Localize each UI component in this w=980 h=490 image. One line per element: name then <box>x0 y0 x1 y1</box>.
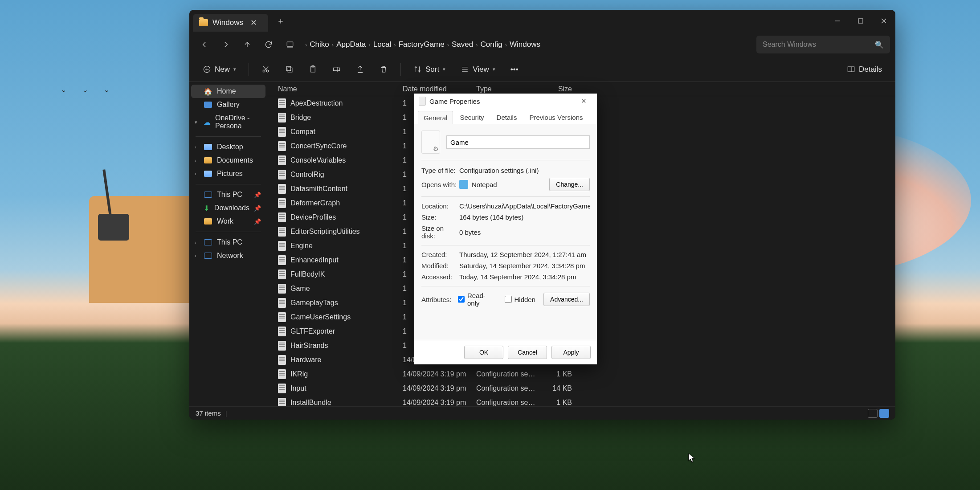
file-icon <box>278 184 286 194</box>
paste-button[interactable] <box>303 61 323 78</box>
close-window-button[interactable] <box>872 12 895 30</box>
sidebar-item-desktop[interactable]: ›Desktop <box>191 140 265 154</box>
table-row[interactable]: IKRig14/09/2024 3:19 pmConfiguration set… <box>267 367 895 381</box>
file-icon <box>278 298 286 308</box>
svg-rect-17 <box>333 68 339 70</box>
minimize-button[interactable] <box>826 12 849 30</box>
titlebar: Windows ✕ ＋ <box>189 10 895 32</box>
view-details-icon[interactable] <box>879 409 889 418</box>
file-icon <box>278 170 286 180</box>
toolbar: New▾ Sort▾ View▾ ••• Details <box>189 57 895 82</box>
share-button[interactable] <box>351 61 370 78</box>
tab-windows[interactable]: Windows ✕ <box>193 14 268 32</box>
change-button[interactable]: Change... <box>549 178 590 191</box>
maximize-button[interactable] <box>849 12 872 30</box>
sidebar-quick-work[interactable]: Work📌 <box>191 215 265 228</box>
modified-value: Saturday, 14 September 2024, 3:34:28 pm <box>459 262 590 270</box>
sidebar-item-this-pc[interactable]: ›This PC <box>191 236 265 249</box>
tab-general[interactable]: General <box>418 111 453 124</box>
cursor-icon <box>688 453 695 463</box>
readonly-checkbox[interactable]: Read-only <box>458 292 497 307</box>
sidebar-item-onedrive[interactable]: ▾☁OneDrive - Persona <box>191 111 265 133</box>
file-icon <box>278 113 286 122</box>
file-icon <box>278 384 286 393</box>
breadcrumb[interactable]: ›Chiko ›AppData ›Local ›FactoryGame ›Sav… <box>305 40 755 49</box>
accessed-value: Today, 14 September 2024, 3:34:28 pm <box>459 273 590 281</box>
file-icon <box>278 127 286 137</box>
filename-input[interactable] <box>446 135 590 149</box>
navbar: ›Chiko ›AppData ›Local ›FactoryGame ›Sav… <box>189 32 895 57</box>
sidebar: 🏠Home Gallery ▾☁OneDrive - Persona ›Desk… <box>189 82 267 406</box>
new-button[interactable]: New▾ <box>197 61 241 78</box>
file-icon <box>278 270 286 279</box>
rename-button[interactable] <box>327 61 346 78</box>
item-count: 37 items <box>196 409 221 417</box>
hidden-checkbox[interactable]: Hidden <box>505 296 536 303</box>
refresh-button[interactable] <box>259 35 278 54</box>
svg-rect-1 <box>858 19 863 23</box>
up-button[interactable] <box>237 35 257 54</box>
dialog-title: Game Properties <box>429 98 480 105</box>
file-icon <box>278 369 286 379</box>
file-icon <box>278 312 286 322</box>
sort-button[interactable]: Sort▾ <box>408 61 451 78</box>
type-of-file: Configuration settings (.ini) <box>459 167 590 174</box>
pin-icon: 📌 <box>254 205 261 212</box>
tab-security[interactable]: Security <box>454 110 490 124</box>
back-button[interactable] <box>195 35 214 54</box>
file-icon <box>278 198 286 208</box>
pin-icon: 📌 <box>254 192 261 198</box>
address-root-icon[interactable] <box>280 35 300 54</box>
size-on-disk-value: 0 bytes <box>459 229 590 236</box>
search-input[interactable]: Search Windows 🔍 <box>756 36 890 53</box>
sidebar-item-home[interactable]: 🏠Home <box>191 85 265 98</box>
cut-button[interactable] <box>256 61 275 78</box>
file-icon <box>278 284 286 294</box>
statusbar: 37 items | <box>189 406 895 420</box>
sidebar-item-pictures[interactable]: ›Pictures <box>191 167 265 180</box>
forward-button[interactable] <box>216 35 236 54</box>
search-icon: 🔍 <box>875 41 884 49</box>
file-icon <box>278 398 286 406</box>
new-tab-button[interactable]: ＋ <box>274 15 287 27</box>
apply-button[interactable]: Apply <box>551 346 591 359</box>
opens-with-app: Notepad <box>472 181 497 188</box>
advanced-button[interactable]: Advanced... <box>543 293 590 306</box>
table-row[interactable]: Input14/09/2024 3:19 pmConfiguration set… <box>267 381 895 396</box>
sidebar-quick-downloads[interactable]: ⬇Downloads📌 <box>191 201 265 215</box>
view-button[interactable]: View▾ <box>455 61 501 78</box>
view-list-icon[interactable] <box>868 409 878 418</box>
dialog-tabs: General Security Details Previous Versio… <box>414 109 597 124</box>
file-icon <box>278 141 286 151</box>
sidebar-item-network[interactable]: ›Network <box>191 249 265 262</box>
file-icon <box>278 341 286 351</box>
svg-rect-4 <box>287 42 293 46</box>
tab-title: Windows <box>212 18 243 27</box>
file-icon <box>278 227 286 237</box>
file-icon <box>278 355 286 365</box>
file-icon <box>278 98 286 108</box>
tab-details[interactable]: Details <box>491 110 523 124</box>
file-icon <box>278 212 286 222</box>
sidebar-quick-this-pc[interactable]: This PC📌 <box>191 188 265 201</box>
size-value: 164 bytes (164 bytes) <box>459 213 590 221</box>
details-pane-button[interactable]: Details <box>841 61 887 78</box>
tab-previous-versions[interactable]: Previous Versions <box>523 110 588 124</box>
file-icon <box>278 255 286 265</box>
sidebar-item-documents[interactable]: ›Documents <box>191 154 265 167</box>
svg-rect-22 <box>848 67 854 72</box>
close-icon[interactable]: ✕ <box>575 95 592 107</box>
svg-rect-14 <box>286 66 291 71</box>
sidebar-item-gallery[interactable]: Gallery <box>191 98 265 111</box>
table-row[interactable]: InstallBundle14/09/2024 3:19 pmConfigura… <box>267 396 895 406</box>
folder-icon <box>199 19 208 26</box>
pin-icon: 📌 <box>254 218 261 225</box>
dialog-titlebar[interactable]: Game Properties ✕ <box>414 94 597 109</box>
close-tab-icon[interactable]: ✕ <box>248 16 260 29</box>
ok-button[interactable]: OK <box>464 346 503 359</box>
file-icon <box>278 241 286 251</box>
cancel-button[interactable]: Cancel <box>508 346 547 359</box>
delete-button[interactable] <box>374 61 393 78</box>
copy-button[interactable] <box>280 61 299 78</box>
more-button[interactable]: ••• <box>505 61 524 78</box>
